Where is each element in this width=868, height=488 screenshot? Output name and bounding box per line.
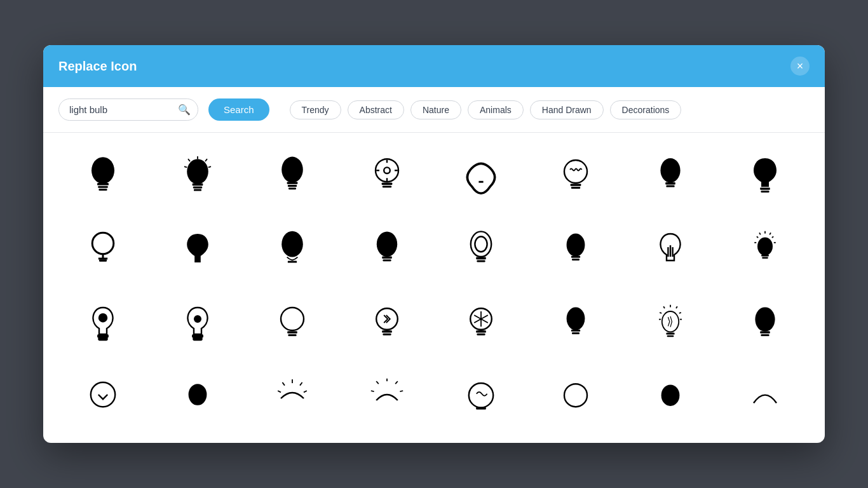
icon-cell[interactable]	[626, 364, 715, 433]
modal-overlay: Replace Icon × 🔍 Search Trendy Abstract …	[0, 0, 868, 488]
svg-rect-12	[194, 189, 201, 191]
svg-rect-46	[477, 260, 485, 262]
svg-line-86	[663, 306, 665, 308]
svg-point-66	[194, 316, 201, 322]
icon-cell[interactable]	[531, 364, 621, 433]
search-wrapper: 🔍	[58, 98, 198, 121]
svg-line-55	[759, 233, 761, 234]
icon-cell[interactable]	[58, 217, 148, 285]
icon-cell[interactable]	[342, 364, 431, 433]
svg-line-6	[205, 159, 207, 161]
icon-cell[interactable]	[58, 143, 148, 212]
svg-rect-16	[288, 187, 296, 189]
svg-rect-49	[572, 259, 580, 261]
icon-cell[interactable]	[531, 290, 621, 359]
icon-cell[interactable]	[531, 217, 621, 285]
svg-rect-110	[477, 407, 487, 410]
svg-rect-64	[98, 335, 109, 337]
svg-point-69	[281, 308, 304, 330]
svg-line-87	[679, 313, 681, 313]
svg-point-111	[564, 384, 587, 407]
icon-cell[interactable]	[437, 143, 526, 212]
icon-cell[interactable]	[626, 290, 715, 359]
svg-line-103	[304, 391, 307, 392]
search-button[interactable]: Search	[208, 98, 269, 121]
filter-animals[interactable]: Animals	[468, 100, 524, 119]
svg-point-91	[662, 311, 679, 332]
svg-rect-80	[477, 334, 485, 336]
svg-rect-37	[99, 259, 107, 262]
svg-rect-10	[193, 184, 203, 186]
svg-rect-28	[571, 187, 580, 189]
svg-point-60	[757, 237, 773, 255]
svg-point-29	[660, 158, 680, 182]
icon-cell[interactable]	[720, 290, 810, 359]
filter-trendy[interactable]: Trendy	[290, 100, 341, 119]
icon-cell[interactable]	[626, 217, 715, 285]
icon-cell[interactable]	[437, 217, 526, 285]
svg-line-7	[184, 166, 187, 167]
icon-cell[interactable]	[342, 143, 431, 212]
replace-icon-modal: Replace Icon × 🔍 Search Trendy Abstract …	[43, 45, 825, 443]
icon-cell[interactable]	[153, 217, 243, 285]
modal-title: Replace Icon	[58, 59, 137, 74]
svg-rect-96	[761, 334, 769, 336]
svg-rect-24	[382, 186, 391, 187]
svg-rect-39	[288, 261, 297, 263]
svg-rect-67	[193, 335, 203, 337]
icon-cell[interactable]	[153, 364, 243, 433]
modal-body	[43, 133, 825, 443]
icon-cell[interactable]	[153, 143, 243, 212]
svg-rect-31	[666, 186, 674, 187]
svg-rect-70	[287, 331, 297, 334]
icon-cell[interactable]	[720, 364, 810, 433]
icon-cell[interactable]	[248, 217, 337, 285]
icon-cell[interactable]	[248, 143, 337, 212]
icon-cell[interactable]	[720, 217, 810, 285]
icon-cell[interactable]	[153, 290, 243, 359]
svg-rect-95	[760, 331, 770, 334]
icon-cell[interactable]	[342, 290, 431, 359]
search-input[interactable]	[58, 98, 198, 121]
svg-point-47	[567, 233, 585, 256]
svg-rect-93	[667, 336, 674, 337]
svg-line-57	[756, 236, 757, 238]
close-button[interactable]: ×	[790, 57, 810, 76]
svg-line-8	[208, 166, 211, 167]
icon-cell[interactable]	[531, 143, 621, 212]
filter-hand-drawn[interactable]: Hand Drawn	[530, 100, 604, 119]
svg-point-34	[93, 233, 114, 254]
svg-rect-14	[287, 182, 297, 184]
svg-line-108	[400, 391, 403, 391]
icon-cell[interactable]	[58, 290, 148, 359]
icon-cell[interactable]	[248, 290, 337, 359]
svg-line-88	[660, 313, 661, 313]
svg-rect-71	[288, 334, 296, 336]
svg-rect-73	[382, 330, 392, 333]
svg-point-63	[99, 314, 107, 322]
svg-line-54	[770, 233, 771, 234]
icon-cell[interactable]	[342, 217, 431, 285]
icon-cell[interactable]	[626, 143, 715, 212]
modal-toolbar: 🔍 Search Trendy Abstract Nature Animals …	[43, 87, 825, 133]
svg-line-107	[395, 381, 398, 384]
icon-cell[interactable]	[437, 290, 526, 359]
svg-rect-92	[666, 333, 674, 335]
svg-point-97	[91, 383, 115, 407]
svg-rect-23	[381, 182, 392, 185]
icon-cell[interactable]	[437, 364, 526, 433]
icon-cell[interactable]	[248, 364, 337, 433]
filter-decorations[interactable]: Decorations	[610, 100, 682, 119]
icon-cell[interactable]	[58, 364, 148, 433]
svg-rect-74	[383, 334, 391, 336]
svg-rect-42	[383, 259, 391, 261]
svg-rect-33	[761, 191, 769, 193]
filter-abstract[interactable]: Abstract	[348, 100, 404, 119]
icon-cell[interactable]	[720, 143, 810, 212]
filter-nature[interactable]: Nature	[410, 100, 461, 119]
svg-point-44	[475, 236, 487, 252]
svg-line-85	[676, 306, 677, 308]
svg-point-40	[376, 231, 397, 257]
svg-point-26	[564, 160, 587, 183]
svg-line-105	[376, 381, 379, 384]
